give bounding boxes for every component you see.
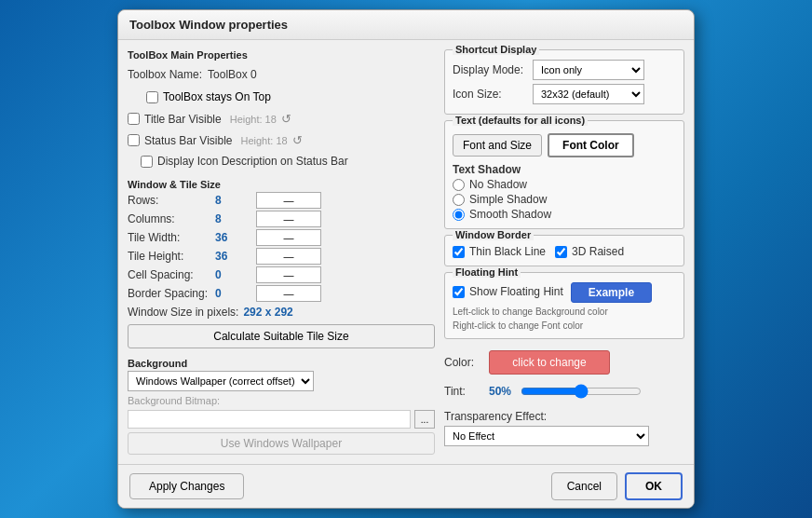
display-mode-select[interactable]: Icon only <box>533 60 644 80</box>
three-d-row: 3D Raised <box>555 245 624 258</box>
toolbox-window-properties-dialog: Toolbox Window properties ToolBox Main P… <box>117 9 695 509</box>
bitmap-path-input[interactable] <box>128 410 411 429</box>
right-panel: Shortcut Display Display Mode: Icon only… <box>444 49 684 455</box>
calculate-tile-size-button[interactable]: Calculate Suitable Tile Size <box>128 324 435 348</box>
tile-width-value: 36 <box>215 231 252 244</box>
border-spacing-input[interactable] <box>256 285 321 302</box>
text-defaults-group: Text (defaults for all icons) Font and S… <box>444 120 684 229</box>
title-bar-reset-icon[interactable]: ↺ <box>281 112 291 126</box>
window-tile-header: Window & Tile Size <box>128 179 435 190</box>
show-floating-hint-row: Show Floating Hint <box>453 285 563 298</box>
cell-spacing-input[interactable] <box>256 266 321 283</box>
color-section: Color: click to change <box>444 350 684 375</box>
tint-section: Tint: 50% <box>444 384 684 399</box>
tint-slider-container <box>521 384 684 399</box>
title-bar-label: Title Bar Visible <box>144 113 222 126</box>
display-icon-desc-checkbox[interactable] <box>141 156 153 168</box>
cell-spacing-label: Cell Spacing: <box>128 268 211 281</box>
rows-value: 8 <box>215 194 252 207</box>
rows-label: Rows: <box>128 194 211 207</box>
bitmap-input-row: ... <box>128 410 435 429</box>
cell-spacing-value: 0 <box>215 268 252 281</box>
icon-size-row: Icon Size: 32x32 (default) <box>453 84 676 104</box>
font-and-size-button[interactable]: Font and Size <box>453 134 542 157</box>
dialog-title: Toolbox Window properties <box>118 10 694 40</box>
status-bar-reset-icon[interactable]: ↺ <box>292 133 303 147</box>
window-border-title: Window Border <box>453 229 534 240</box>
font-row: Font and Size Font Color <box>453 133 676 157</box>
use-windows-wallpaper-button[interactable]: Use Windows Wallpaper <box>128 432 435 455</box>
show-floating-hint-label: Show Floating Hint <box>469 285 563 298</box>
no-shadow-radio[interactable] <box>453 179 465 191</box>
border-spacing-value: 0 <box>215 287 252 300</box>
smooth-shadow-label: Smooth Shadow <box>469 208 551 221</box>
toolbox-name-row: Toolbox Name: ToolBox 0 <box>128 68 435 81</box>
color-change-button[interactable]: click to change <box>489 350 610 375</box>
status-bar-label: Status Bar Visible <box>144 134 233 147</box>
color-label: Color: <box>444 356 481 369</box>
toolbox-name-value: ToolBox 0 <box>208 68 257 81</box>
background-section: Background Windows Wallpaper (correct of… <box>128 358 435 455</box>
cancel-button[interactable]: Cancel <box>551 472 617 500</box>
stays-on-top-checkbox[interactable] <box>146 91 158 103</box>
title-bar-row: Title Bar Visible Height: 18 ↺ <box>128 112 435 126</box>
background-dropdown[interactable]: Windows Wallpaper (correct offset) <box>128 371 314 391</box>
simple-shadow-radio[interactable] <box>453 194 465 206</box>
cols-input[interactable] <box>256 211 321 227</box>
transparency-label: Transparency Effect: <box>444 410 684 423</box>
tile-width-input[interactable] <box>256 229 321 246</box>
cols-value: 8 <box>215 212 252 225</box>
status-bar-checkbox[interactable] <box>128 134 140 146</box>
hint-line2: Right-click to change Font color <box>453 320 583 331</box>
text-shadow-label: Text Shadow <box>453 163 551 176</box>
apply-changes-button[interactable]: Apply Changes <box>129 473 244 499</box>
ok-button[interactable]: OK <box>625 472 683 500</box>
no-shadow-row: No Shadow <box>453 178 551 191</box>
window-border-group: Window Border Thin Black Line 3D Raised <box>444 235 684 266</box>
bitmap-row: Background Bitmap: <box>128 395 435 406</box>
simple-shadow-row: Simple Shadow <box>453 193 551 206</box>
tile-height-input[interactable] <box>256 248 321 265</box>
floating-hint-title: Floating Hint <box>453 266 521 278</box>
display-icon-desc-label: Display Icon Description on Status Bar <box>157 155 348 168</box>
title-bar-height: Height: 18 <box>230 114 277 125</box>
window-tile-section: Window & Tile Size Rows: 8 Columns: 8 Ti… <box>128 179 435 348</box>
transparency-section: Transparency Effect: No Effect <box>444 410 684 446</box>
browse-button[interactable]: ... <box>414 410 435 429</box>
hint-row: Show Floating Hint Example <box>453 282 676 303</box>
bitmap-label: Background Bitmap: <box>128 395 220 406</box>
stays-on-top-row: ToolBox stays On Top <box>146 90 435 103</box>
tile-height-label: Tile Height: <box>128 250 211 263</box>
tile-height-value: 36 <box>215 250 252 263</box>
tile-width-label: Tile Width: <box>128 231 211 244</box>
cols-label: Columns: <box>128 212 211 225</box>
title-bar-checkbox[interactable] <box>128 113 140 125</box>
text-defaults-title: Text (defaults for all icons) <box>453 115 588 126</box>
status-bar-height: Height: 18 <box>241 135 288 146</box>
transparency-dropdown[interactable]: No Effect <box>444 426 649 446</box>
window-tile-grid: Rows: 8 Columns: 8 Tile Width: 36 Tile H… <box>128 192 435 302</box>
rows-input[interactable] <box>256 192 321 209</box>
three-d-checkbox[interactable] <box>555 246 567 258</box>
border-checks: Thin Black Line 3D Raised <box>453 245 676 260</box>
left-panel: ToolBox Main Properties Toolbox Name: To… <box>128 49 435 455</box>
example-button[interactable]: Example <box>571 282 652 303</box>
stays-on-top-label: ToolBox stays On Top <box>163 90 271 103</box>
tint-slider[interactable] <box>521 384 642 399</box>
font-color-button[interactable]: Font Color <box>548 133 634 157</box>
icon-size-select[interactable]: 32x32 (default) <box>533 84 644 104</box>
window-size-value: 292 x 292 <box>243 306 292 319</box>
tint-value: 50% <box>489 385 511 398</box>
smooth-shadow-radio[interactable] <box>453 209 465 221</box>
three-d-label: 3D Raised <box>572 245 624 258</box>
thin-black-checkbox[interactable] <box>453 246 465 258</box>
dialog-footer: Apply Changes Cancel OK <box>118 464 694 508</box>
dialog-title-text: Toolbox Window properties <box>129 18 288 32</box>
display-mode-label: Display Mode: <box>453 63 527 76</box>
floating-hint-group: Floating Hint Show Floating Hint Example… <box>444 272 684 339</box>
status-bar-row: Status Bar Visible Height: 18 ↺ <box>128 133 435 147</box>
background-header: Background <box>128 358 435 369</box>
show-floating-hint-checkbox[interactable] <box>453 286 465 298</box>
shortcut-display-group: Shortcut Display Display Mode: Icon only… <box>444 49 684 115</box>
display-icon-desc-row: Display Icon Description on Status Bar <box>141 155 435 168</box>
